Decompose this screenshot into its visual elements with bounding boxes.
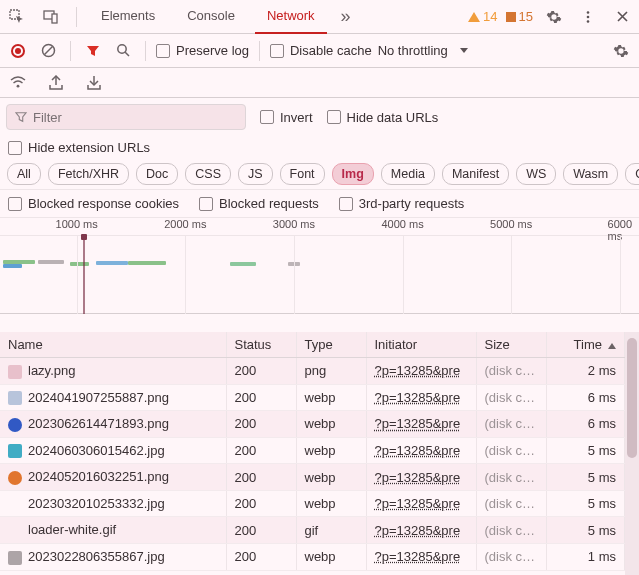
inspect-element-icon[interactable]	[4, 4, 30, 30]
svg-line-7	[44, 47, 52, 55]
col-size[interactable]: Size	[476, 332, 546, 358]
clear-button[interactable]	[36, 39, 60, 63]
table-row[interactable]: loader-white.gif200gif?p=13285&pre(disk …	[0, 517, 625, 544]
initiator-link[interactable]: ?p=13285&pre	[375, 363, 461, 378]
throttling-label: No throttling	[378, 43, 448, 58]
cell-type: webp	[296, 543, 366, 570]
timeline-tick: 4000 ms	[381, 218, 423, 230]
scrollbar-thumb[interactable]	[627, 338, 637, 458]
table-row[interactable]: lazy.png200png?p=13285&pre(disk c…2 ms	[0, 358, 625, 385]
svg-line-9	[125, 52, 129, 56]
cell-name: 2023022806355867.jpg	[0, 543, 226, 570]
col-initiator[interactable]: Initiator	[366, 332, 476, 358]
cell-size: (disk c…	[476, 437, 546, 464]
requests-table: NameStatusTypeInitiatorSizeTime lazy.png…	[0, 332, 625, 575]
preserve-log-checkbox[interactable]: Preserve log	[156, 43, 249, 58]
invert-checkbox[interactable]: Invert	[260, 110, 313, 125]
initiator-link[interactable]: ?p=13285&pre	[375, 549, 461, 564]
col-name[interactable]: Name	[0, 332, 226, 358]
cell-name: loader-white.gif	[0, 517, 226, 544]
warning-square-icon	[506, 12, 516, 22]
col-status[interactable]: Status	[226, 332, 296, 358]
filter-pill-ws[interactable]: WS	[516, 163, 556, 185]
wifi-icon[interactable]	[6, 71, 30, 95]
file-icon	[8, 471, 22, 485]
filter-pill-all[interactable]: All	[7, 163, 41, 185]
initiator-link[interactable]: ?p=13285&pre	[375, 416, 461, 431]
initiator-link[interactable]: ?p=13285&pre	[375, 390, 461, 405]
svg-point-10	[17, 84, 20, 87]
issues-count[interactable]: 15	[506, 9, 533, 24]
tab-console[interactable]: Console	[175, 0, 247, 34]
timeline-tick: 1000 ms	[56, 218, 98, 230]
warning-sq-text: 15	[519, 9, 533, 24]
table-row[interactable]: 2024052016032251.png200webp?p=13285&pre(…	[0, 464, 625, 491]
file-icon	[8, 391, 22, 405]
more-tabs-icon[interactable]: »	[335, 6, 357, 27]
warning-tri-text: 14	[483, 9, 497, 24]
filter-pill-other[interactable]: Other	[625, 163, 639, 185]
tab-elements[interactable]: Elements	[89, 0, 167, 34]
filter-pill-manifest[interactable]: Manifest	[442, 163, 509, 185]
cell-initiator: ?p=13285&pre	[366, 411, 476, 438]
filter-pill-css[interactable]: CSS	[185, 163, 231, 185]
resource-type-filters: AllFetch/XHRDocCSSJSFontImgMediaManifest…	[0, 159, 639, 190]
blocked-cookies-checkbox[interactable]: Blocked response cookies	[8, 196, 179, 211]
table-row[interactable]: 2024060306015462.jpg200webp?p=13285&pre(…	[0, 437, 625, 464]
initiator-link[interactable]: ?p=13285&pre	[375, 443, 461, 458]
blocked-requests-checkbox[interactable]: Blocked requests	[199, 196, 319, 211]
filter-pill-js[interactable]: JS	[238, 163, 273, 185]
filter-pill-fetch-xhr[interactable]: Fetch/XHR	[48, 163, 129, 185]
network-toolbar: Preserve log Disable cache No throttling	[0, 34, 639, 68]
search-icon[interactable]	[111, 39, 135, 63]
disable-cache-checkbox[interactable]: Disable cache	[270, 43, 372, 58]
hide-data-urls-checkbox[interactable]: Hide data URLs	[327, 110, 439, 125]
thirdparty-checkbox[interactable]: 3rd-party requests	[339, 196, 465, 211]
filter-pill-font[interactable]: Font	[280, 163, 325, 185]
filter-bar: Invert Hide data URLs	[0, 98, 639, 136]
cell-type: webp	[296, 490, 366, 517]
import-har-icon[interactable]	[82, 71, 106, 95]
initiator-link[interactable]: ?p=13285&pre	[375, 523, 461, 538]
close-devtools-icon[interactable]	[609, 4, 635, 30]
cell-time: 5 ms	[546, 490, 625, 517]
cell-time: 5 ms	[546, 517, 625, 544]
table-row[interactable]: 2023032010253332.jpg200webp?p=13285&pre(…	[0, 490, 625, 517]
throttling-dropdown[interactable]: No throttling	[378, 43, 474, 58]
table-row[interactable]: 2024041907255887.png200webp?p=13285&pre(…	[0, 384, 625, 411]
filter-pill-media[interactable]: Media	[381, 163, 435, 185]
network-timeline[interactable]: 1000 ms2000 ms3000 ms4000 ms5000 ms6000 …	[0, 218, 639, 314]
tab-network[interactable]: Network	[255, 0, 327, 34]
cell-status: 200	[226, 358, 296, 385]
table-row[interactable]: 2023022806355867.jpg200webp?p=13285&pre(…	[0, 543, 625, 570]
cell-time: 6 ms	[546, 384, 625, 411]
cell-size: (disk c…	[476, 490, 546, 517]
vertical-scrollbar[interactable]	[625, 332, 639, 575]
export-har-icon[interactable]	[44, 71, 68, 95]
settings-gear-icon[interactable]	[541, 4, 567, 30]
thirdparty-label: 3rd-party requests	[359, 196, 465, 211]
hide-data-urls-label: Hide data URLs	[347, 110, 439, 125]
initiator-link[interactable]: ?p=13285&pre	[375, 470, 461, 485]
filter-pill-img[interactable]: Img	[332, 163, 374, 185]
network-conditions-gear-icon[interactable]	[609, 39, 633, 63]
filter-input-wrapper[interactable]	[6, 104, 246, 130]
filter-funnel-icon[interactable]	[81, 39, 105, 63]
filter-pill-wasm[interactable]: Wasm	[563, 163, 618, 185]
col-time[interactable]: Time	[546, 332, 625, 358]
col-type[interactable]: Type	[296, 332, 366, 358]
cell-status: 200	[226, 411, 296, 438]
cell-initiator: ?p=13285&pre	[366, 517, 476, 544]
table-row[interactable]: 2023062614471893.png200webp?p=13285&pre(…	[0, 411, 625, 438]
hide-extension-checkbox[interactable]: Hide extension URLs	[8, 140, 150, 155]
initiator-link[interactable]: ?p=13285&pre	[375, 496, 461, 511]
device-toolbar-icon[interactable]	[38, 4, 64, 30]
hide-extension-label: Hide extension URLs	[28, 140, 150, 155]
kebab-menu-icon[interactable]	[575, 4, 601, 30]
filter-pill-doc[interactable]: Doc	[136, 163, 178, 185]
filter-input[interactable]	[33, 110, 237, 125]
record-button[interactable]	[6, 39, 30, 63]
warnings-count[interactable]: 14	[468, 9, 497, 24]
blocked-requests-label: Blocked requests	[219, 196, 319, 211]
cell-initiator: ?p=13285&pre	[366, 384, 476, 411]
